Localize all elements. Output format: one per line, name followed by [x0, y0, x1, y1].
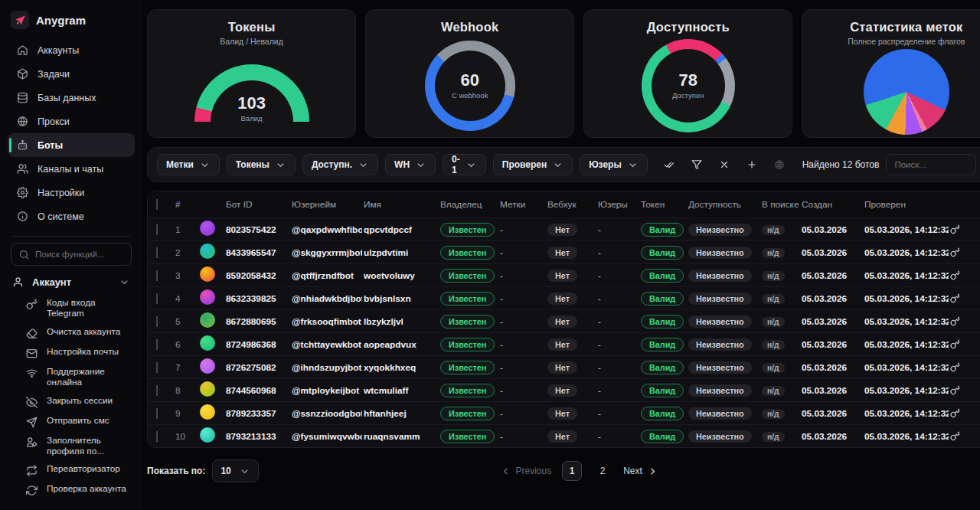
row-checkbox[interactable]: [156, 385, 158, 396]
donut-label: Доступен: [672, 91, 704, 100]
sidebar-item-databases[interactable]: Базы данных: [8, 86, 135, 110]
key-icon: [950, 385, 960, 395]
clear-button[interactable]: [716, 156, 733, 173]
token-key-button[interactable]: [950, 293, 960, 303]
key-icon: [950, 270, 960, 280]
token-key-button[interactable]: [950, 362, 960, 372]
sidebar-search[interactable]: Поиск функций...: [11, 243, 132, 266]
bot-id: 8632339825: [224, 293, 290, 304]
bot-id: 8592058432: [224, 270, 290, 281]
sidebar-section-account[interactable]: Аккаунт: [0, 272, 142, 293]
row-number: 10: [174, 431, 195, 442]
chevron-down-icon: [358, 159, 369, 171]
sidebar-item-bots[interactable]: Боты: [8, 133, 135, 157]
sidebar-tool-reauth[interactable]: Переавторизатор: [8, 460, 135, 480]
token-key-button[interactable]: [950, 316, 960, 326]
table-search-input[interactable]: [886, 154, 976, 175]
filter-dropdown-users[interactable]: Юзеры: [580, 154, 647, 175]
row-checkbox[interactable]: [156, 293, 158, 304]
filter-dropdown-tokens[interactable]: Токены: [227, 154, 296, 175]
row-checkbox[interactable]: [156, 316, 158, 327]
stat-cards: Токены Валид / Невалид 103 Валид Webhook: [147, 9, 980, 138]
filter-button[interactable]: [688, 156, 705, 173]
table-row[interactable]: 38592058432@qtffjrzndfbotwoetvoluwyИзвес…: [148, 263, 980, 286]
row-checkbox[interactable]: [156, 247, 158, 258]
add-button[interactable]: [743, 156, 760, 173]
bot-username: @skggyxrrmjbot: [290, 247, 362, 258]
sidebar-item-channels[interactable]: Каналы и чаты: [8, 157, 135, 181]
checked-date: 05.03.2026, 14:12:32: [863, 408, 949, 419]
table-row[interactable]: 28433965547@skggyxrrmjbotulzpdvtimiИзвес…: [148, 240, 980, 263]
sidebar-item-label: Задачи: [38, 69, 70, 80]
table-row[interactable]: 98789233357@ssnzzioodgbothftanhjeejИзвес…: [148, 401, 980, 424]
page-button-1[interactable]: 1: [562, 461, 582, 481]
row-checkbox[interactable]: [156, 431, 158, 442]
table-row[interactable]: 48632339825@nhiadwkbdjbotbvbjsnlsxnИзвес…: [148, 286, 980, 309]
gear-icon: [17, 187, 28, 198]
table-body: 18023575422@qaxpdwwhfibotqpcvtdpccfИзвес…: [148, 217, 980, 447]
checked-date: 05.03.2026, 14:12:32: [863, 293, 949, 304]
row-checkbox[interactable]: [156, 270, 158, 281]
select-all-checkbox[interactable]: [156, 199, 158, 210]
sidebar-tool-send-sms[interactable]: Отправить смс: [8, 412, 135, 432]
sidebar-tool-mail-setup[interactable]: Настройка почты: [8, 343, 135, 363]
filter-dropdown-wh[interactable]: WH: [385, 154, 436, 175]
sidebar-tool-profile-filler[interactable]: Заполнитель профиля по...: [8, 432, 135, 461]
table-row[interactable]: 58672880695@frksooqfimbotlbzykzljvlИзвес…: [148, 309, 980, 332]
sidebar-item-settings[interactable]: Настройки: [8, 181, 135, 204]
gauge-value: 103: [194, 95, 309, 112]
token-key-button[interactable]: [950, 247, 960, 257]
table-row[interactable]: 78726275082@ihndszupyjbotxyqokkhxeqИзвес…: [148, 355, 980, 378]
next-label: Next: [623, 466, 642, 476]
sidebar-item-tasks[interactable]: Задачи: [8, 62, 135, 86]
sidebar-tool-account-clean[interactable]: Очистка аккаунта: [8, 323, 135, 343]
page-button-2[interactable]: 2: [593, 461, 612, 481]
filter-dropdown-range[interactable]: 0-1: [443, 154, 486, 175]
token-key-button[interactable]: [950, 408, 960, 418]
bot-avatar: [200, 404, 215, 420]
row-checkbox[interactable]: [156, 339, 158, 350]
sidebar-tool-login-codes[interactable]: Коды входа Telegram: [8, 294, 135, 323]
filter-dropdown-availability[interactable]: Доступн.: [302, 154, 378, 175]
sidebar-item-label: Настройки: [38, 188, 84, 198]
row-checkbox[interactable]: [156, 224, 158, 235]
filter-dropdown-checked[interactable]: Проверен: [493, 154, 573, 175]
select-all-button[interactable]: [661, 156, 678, 173]
token-key-button[interactable]: [950, 224, 960, 234]
sidebar-tool-keep-online[interactable]: Поддержание онлайна: [8, 363, 135, 392]
chevron-down-icon: [415, 159, 426, 171]
bot-name: qpcvtdpccf: [362, 224, 439, 235]
web-button[interactable]: [771, 156, 788, 173]
token-key-button[interactable]: [950, 270, 960, 280]
bot-id: 8789233357: [224, 408, 290, 419]
tool-label: Коды входа Telegram: [47, 298, 126, 319]
sidebar-item-proxies[interactable]: Прокси: [8, 110, 135, 133]
token-key-button[interactable]: [950, 431, 960, 441]
sidebar-divider: [12, 236, 130, 237]
filter-dropdown-labels[interactable]: Метки: [157, 154, 220, 175]
availability-badge: Неизвестно: [688, 384, 752, 397]
sidebar-item-accounts[interactable]: Аккаунты: [8, 38, 135, 62]
row-checkbox[interactable]: [156, 408, 158, 419]
webhook-badge: Нет: [547, 361, 577, 374]
table-row[interactable]: 18023575422@qaxpdwwhfibotqpcvtdpccfИзвес…: [148, 217, 980, 240]
users-value: -: [596, 247, 639, 258]
sidebar-tool-account-check[interactable]: Проверка аккаунта: [8, 480, 135, 500]
sidebar-item-about[interactable]: О системе: [8, 204, 135, 228]
table-row[interactable]: 68724986368@tchttayewkbotaopeapdvuxИзвес…: [148, 332, 980, 355]
table-row[interactable]: 88744560968@mtploykeijbotwtcmuliaffИзвес…: [148, 378, 980, 401]
owner-badge: Известен: [440, 384, 495, 397]
card-title: Доступность: [647, 20, 730, 34]
table-row[interactable]: 108793213133@fysumiwqvwbotruaqnsvammИзве…: [148, 424, 980, 447]
in-search-badge: н/д: [762, 409, 785, 419]
bot-avatar: [200, 221, 215, 236]
column-header: Проверен: [863, 199, 949, 210]
next-page-button[interactable]: Next: [623, 466, 658, 477]
token-key-button[interactable]: [950, 385, 960, 395]
token-key-button[interactable]: [950, 339, 960, 349]
tool-label: Проверка аккаунта: [47, 484, 126, 495]
bot-id: 8433965547: [224, 247, 290, 258]
previous-page-button[interactable]: Previous: [500, 466, 552, 477]
row-checkbox[interactable]: [156, 362, 158, 373]
sidebar-tool-close-sessions[interactable]: Закрыть сессии: [8, 392, 135, 412]
